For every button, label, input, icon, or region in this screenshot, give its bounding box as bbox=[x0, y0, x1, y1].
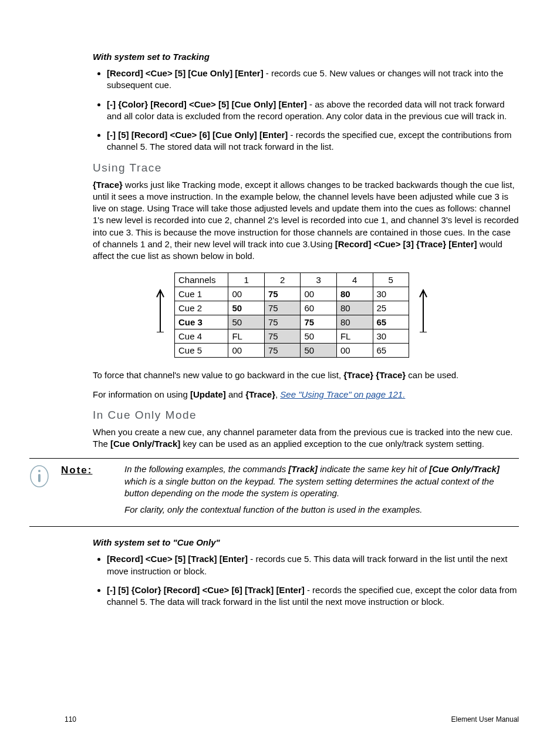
cell: 00 bbox=[336, 344, 373, 358]
cmd: [Track] bbox=[288, 464, 318, 474]
table-row: Cue 25075608025 bbox=[175, 301, 409, 315]
cell: 00 bbox=[228, 287, 265, 301]
cell: 60 bbox=[301, 301, 336, 315]
cmd: {Trace} {Trace} bbox=[343, 370, 406, 380]
cell: 30 bbox=[373, 287, 409, 301]
cell: FL bbox=[228, 329, 265, 344]
table-row: Cue 35075758065 bbox=[175, 315, 409, 329]
arrow-up-right-icon bbox=[419, 287, 428, 332]
cmd: [Update] bbox=[190, 389, 226, 399]
row-label: Cue 5 bbox=[175, 344, 228, 358]
table-header-ch: 2 bbox=[265, 273, 301, 287]
table-header-ch: 5 bbox=[373, 273, 409, 287]
table-header-ch: 1 bbox=[228, 273, 265, 287]
table-header-ch: 4 bbox=[336, 273, 373, 287]
note-p2: For clarity, only the contextual functio… bbox=[124, 504, 515, 516]
cmd: {Trace} bbox=[245, 389, 275, 399]
row-label: Cue 4 bbox=[175, 329, 228, 344]
cell: 65 bbox=[373, 315, 409, 329]
svg-point-1 bbox=[38, 470, 41, 472]
text: For information on using bbox=[93, 389, 190, 399]
cmd: [-] {Color} [Record] <Cue> [5] [Cue Only… bbox=[107, 99, 307, 109]
cell: 50 bbox=[301, 329, 336, 344]
row-label: Cue 3 bbox=[175, 315, 228, 329]
cell: 80 bbox=[336, 301, 373, 315]
cell: 75 bbox=[265, 287, 301, 301]
para-trace-force: To force that channel's new value to go … bbox=[93, 369, 519, 381]
text: key can be used as an applied exception … bbox=[180, 439, 484, 449]
cell: 75 bbox=[301, 315, 336, 329]
list-item: [-] [5] [Record] <Cue> [6] [Cue Only] [E… bbox=[107, 129, 519, 153]
subheading-cueonly: With system set to "Cue Only" bbox=[93, 537, 519, 547]
cell: 30 bbox=[373, 329, 409, 344]
page-number: 110 bbox=[65, 715, 76, 724]
text: which is a single button on the keypad. … bbox=[124, 476, 494, 498]
note-icon-cell bbox=[29, 463, 61, 520]
trace-cmd: [Record] <Cue> [3] {Trace} [Enter] bbox=[335, 239, 477, 249]
list-item: [Record] <Cue> [5] [Track] [Enter] - rec… bbox=[107, 553, 519, 577]
list-item: [Record] <Cue> [5] [Cue Only] [Enter] - … bbox=[107, 68, 519, 92]
trace-lead: {Trace} bbox=[93, 180, 123, 190]
para-trace-info: For information on using [Update] and {T… bbox=[93, 389, 519, 401]
cell: 25 bbox=[373, 301, 409, 315]
footer: 110 Element User Manual bbox=[65, 715, 519, 724]
cell: 50 bbox=[228, 315, 265, 329]
row-label: Cue 1 bbox=[175, 287, 228, 301]
cue-table: Channels12345Cue 10075008030Cue 25075608… bbox=[174, 272, 409, 358]
cell: 75 bbox=[265, 344, 301, 358]
cell: 80 bbox=[336, 287, 373, 301]
text: and bbox=[226, 389, 245, 399]
table-header-ch: 3 bbox=[301, 273, 336, 287]
note-block: Note: In the following examples, the com… bbox=[29, 458, 519, 527]
cell: 65 bbox=[373, 344, 409, 358]
cell: 00 bbox=[301, 287, 336, 301]
svg-rect-2 bbox=[38, 474, 41, 482]
cmd: [Cue Only/Track] bbox=[429, 464, 500, 474]
para-trace: {Trace} works just like Tracking mode, e… bbox=[93, 179, 519, 263]
cmd: [-] [5] [Record] <Cue> [6] [Cue Only] [E… bbox=[107, 130, 288, 140]
cmd: [-] [5] {Color} [Record] <Cue> [6] [Trac… bbox=[107, 585, 305, 595]
list-item: [-] {Color} [Record] <Cue> [5] [Cue Only… bbox=[107, 99, 519, 123]
text: In the following examples, the commands bbox=[124, 464, 288, 474]
manual-title: Element User Manual bbox=[451, 715, 519, 724]
cmd: [Cue Only/Track] bbox=[110, 439, 180, 449]
arrow-up-left-icon bbox=[156, 287, 165, 332]
heading-cueonly: In Cue Only Mode bbox=[93, 409, 519, 422]
note-body: In the following examples, the commands … bbox=[124, 463, 519, 520]
table-row: Cue 50075500065 bbox=[175, 344, 409, 358]
cell: 80 bbox=[336, 315, 373, 329]
cue-table-wrap: Channels12345Cue 10075008030Cue 25075608… bbox=[139, 272, 444, 358]
bullet-list-tracking: [Record] <Cue> [5] [Cue Only] [Enter] - … bbox=[107, 68, 519, 153]
text: indicate the same key hit of bbox=[318, 464, 429, 474]
cell: 75 bbox=[265, 301, 301, 315]
para-cueonly: When you create a new cue, any channel p… bbox=[93, 426, 519, 450]
row-label: Cue 2 bbox=[175, 301, 228, 315]
cell: 50 bbox=[228, 301, 265, 315]
cell: 75 bbox=[265, 329, 301, 344]
info-icon bbox=[29, 465, 49, 488]
cell: 50 bbox=[301, 344, 336, 358]
note-label: Note: bbox=[61, 463, 124, 520]
cell: 00 bbox=[228, 344, 265, 358]
heading-using-trace: Using Trace bbox=[93, 161, 519, 174]
cell: 75 bbox=[265, 315, 301, 329]
table-row: Cue 4FL7550FL30 bbox=[175, 329, 409, 344]
cell: FL bbox=[336, 329, 373, 344]
text: can be used. bbox=[406, 370, 458, 380]
subheading-tracking: With system set to Tracking bbox=[93, 52, 519, 62]
cmd: [Record] <Cue> [5] [Track] [Enter] bbox=[107, 554, 248, 564]
table-row: Cue 10075008030 bbox=[175, 287, 409, 301]
bullet-list-cueonly: [Record] <Cue> [5] [Track] [Enter] - rec… bbox=[107, 553, 519, 608]
page: With system set to Tracking [Record] <Cu… bbox=[0, 0, 560, 747]
text: To force that channel's new value to go … bbox=[93, 370, 343, 380]
cmd: [Record] <Cue> [5] [Cue Only] [Enter] bbox=[107, 68, 264, 78]
link-using-trace[interactable]: See "Using Trace" on page 121. bbox=[280, 389, 405, 399]
table-header-channels: Channels bbox=[175, 273, 228, 287]
list-item: [-] [5] {Color} [Record] <Cue> [6] [Trac… bbox=[107, 584, 519, 608]
